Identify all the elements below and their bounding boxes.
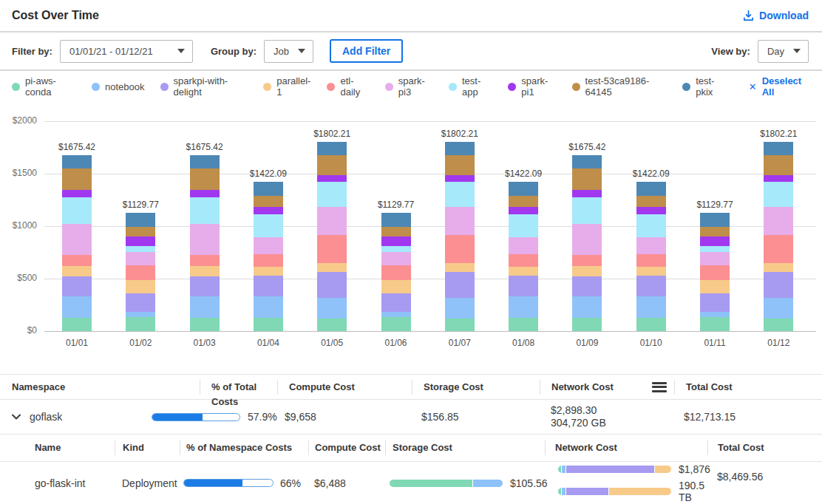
- legend-item-test-app[interactable]: test-app: [449, 75, 492, 98]
- bar-segment-test-53ca9186-64145[interactable]: [317, 155, 347, 175]
- bar-segment-parallel-1[interactable]: [764, 263, 793, 272]
- bar-stack-01/09[interactable]: [572, 155, 602, 331]
- bar-segment-sparkpi-with-delight[interactable]: [445, 272, 475, 298]
- bar-segment-parallel-1[interactable]: [62, 266, 92, 276]
- bar-segment-etl-daily[interactable]: [317, 235, 347, 263]
- bar-segment-test-pkix[interactable]: [254, 182, 283, 196]
- bar-segment-test-53ca9186-64145[interactable]: [62, 168, 92, 190]
- bar-segment-notebook[interactable]: [572, 296, 602, 318]
- bar-stack-01/04[interactable]: [254, 182, 283, 331]
- bar-segment-pi-aws-conda[interactable]: [126, 317, 155, 331]
- bar-segment-test-53ca9186-64145[interactable]: [636, 196, 666, 207]
- bar-segment-test-pkix[interactable]: [190, 155, 220, 168]
- bar-segment-pi-aws-conda[interactable]: [509, 318, 538, 331]
- bar-stack-01/01[interactable]: [62, 155, 92, 331]
- bar-segment-notebook[interactable]: [764, 298, 793, 319]
- col-compute-cost[interactable]: Compute Cost: [308, 440, 385, 455]
- bar-segment-etl-daily[interactable]: [509, 254, 538, 267]
- legend-item-sparkpi-with-delight[interactable]: sparkpi-with-delight: [160, 75, 248, 98]
- bar-segment-spark-pi3[interactable]: [572, 224, 602, 255]
- bar-segment-test-pkix[interactable]: [62, 155, 92, 168]
- bar-segment-sparkpi-with-delight[interactable]: [636, 276, 666, 296]
- bar-segment-etl-daily[interactable]: [381, 265, 411, 280]
- bar-segment-pi-aws-conda[interactable]: [700, 317, 730, 331]
- add-filter-button[interactable]: Add Filter: [330, 39, 403, 63]
- bar-segment-spark-pi1[interactable]: [62, 190, 92, 197]
- bar-segment-sparkpi-with-delight[interactable]: [572, 276, 602, 297]
- bar-segment-spark-pi3[interactable]: [190, 224, 220, 255]
- bar-segment-etl-daily[interactable]: [572, 255, 602, 266]
- bar-segment-notebook[interactable]: [700, 312, 730, 318]
- bar-segment-sparkpi-with-delight[interactable]: [254, 276, 283, 296]
- bar-segment-spark-pi3[interactable]: [636, 237, 666, 254]
- bar-segment-test-pkix[interactable]: [381, 213, 411, 227]
- bar-stack-01/10[interactable]: [636, 182, 666, 331]
- bar-segment-etl-daily[interactable]: [445, 235, 475, 263]
- bar-segment-notebook[interactable]: [317, 298, 347, 319]
- bar-stack-01/07[interactable]: [445, 142, 475, 331]
- bar-segment-parallel-1[interactable]: [509, 267, 538, 276]
- bar-segment-sparkpi-with-delight[interactable]: [700, 293, 730, 312]
- view-by-select[interactable]: Day: [758, 40, 809, 63]
- bar-segment-spark-pi3[interactable]: [700, 252, 730, 266]
- bar-segment-parallel-1[interactable]: [636, 267, 666, 276]
- bar-segment-spark-pi1[interactable]: [764, 175, 793, 182]
- bar-segment-spark-pi3[interactable]: [381, 252, 411, 266]
- bar-segment-sparkpi-with-delight[interactable]: [190, 276, 220, 297]
- bar-segment-parallel-1[interactable]: [445, 263, 475, 272]
- bar-segment-test-pkix[interactable]: [636, 182, 666, 196]
- bar-segment-test-53ca9186-64145[interactable]: [509, 196, 538, 207]
- bar-segment-pi-aws-conda[interactable]: [764, 319, 793, 331]
- chevron-down-icon[interactable]: [12, 414, 21, 420]
- bar-stack-01/12[interactable]: [764, 142, 793, 331]
- bar-segment-test-app[interactable]: [764, 182, 793, 208]
- bar-segment-spark-pi1[interactable]: [317, 175, 347, 182]
- legend-item-test-53ca9186-64145[interactable]: test-53ca9186-64145: [572, 75, 668, 98]
- download-button[interactable]: Download: [743, 10, 809, 21]
- bar-segment-sparkpi-with-delight[interactable]: [381, 293, 411, 312]
- bar-segment-sparkpi-with-delight[interactable]: [509, 276, 538, 296]
- bar-segment-parallel-1[interactable]: [381, 280, 411, 293]
- bar-segment-test-pkix[interactable]: [445, 142, 475, 155]
- bar-segment-test-pkix[interactable]: [317, 142, 347, 155]
- bar-segment-test-pkix[interactable]: [126, 213, 155, 227]
- bar-segment-pi-aws-conda[interactable]: [254, 318, 283, 331]
- bar-segment-test-app[interactable]: [62, 197, 92, 224]
- bar-segment-pi-aws-conda[interactable]: [62, 318, 92, 331]
- col-name[interactable]: Name: [24, 440, 115, 455]
- bar-segment-spark-pi1[interactable]: [509, 207, 538, 214]
- bar-segment-spark-pi1[interactable]: [636, 207, 666, 214]
- bar-segment-sparkpi-with-delight[interactable]: [126, 293, 155, 312]
- bar-segment-etl-daily[interactable]: [254, 254, 283, 267]
- date-range-select[interactable]: 01/01/21 - 01/12/21: [60, 40, 193, 63]
- col-total-cost[interactable]: Total Cost: [674, 380, 822, 395]
- deselect-all-button[interactable]: ✕ Deselect All: [749, 75, 810, 98]
- bar-segment-notebook[interactable]: [445, 298, 475, 319]
- bar-segment-spark-pi1[interactable]: [381, 236, 411, 245]
- bar-segment-test-pkix[interactable]: [509, 182, 538, 196]
- bar-segment-test-53ca9186-64145[interactable]: [381, 227, 411, 237]
- bar-segment-notebook[interactable]: [381, 312, 411, 318]
- bar-segment-etl-daily[interactable]: [700, 265, 730, 280]
- bar-segment-spark-pi3[interactable]: [317, 207, 347, 235]
- legend-item-spark-pi1[interactable]: spark-pi1: [508, 75, 556, 98]
- bar-segment-notebook[interactable]: [62, 296, 92, 318]
- bar-segment-test-app[interactable]: [254, 214, 283, 237]
- bar-stack-01/06[interactable]: [381, 213, 411, 331]
- bar-segment-notebook[interactable]: [509, 296, 538, 318]
- bar-segment-notebook[interactable]: [254, 296, 283, 318]
- bar-segment-parallel-1[interactable]: [317, 263, 347, 272]
- bar-segment-spark-pi3[interactable]: [509, 237, 538, 254]
- workload-name[interactable]: go-flask-int: [24, 477, 115, 489]
- bar-segment-test-app[interactable]: [509, 214, 538, 237]
- bar-segment-pi-aws-conda[interactable]: [190, 318, 220, 331]
- bar-segment-parallel-1[interactable]: [190, 266, 220, 276]
- bar-segment-pi-aws-conda[interactable]: [572, 318, 602, 331]
- bar-segment-parallel-1[interactable]: [700, 280, 730, 293]
- bar-segment-sparkpi-with-delight[interactable]: [62, 276, 92, 297]
- bar-segment-notebook[interactable]: [126, 312, 155, 318]
- bar-segment-etl-daily[interactable]: [62, 255, 92, 266]
- col-network-cost[interactable]: Network Cost: [540, 380, 652, 395]
- bar-segment-test-53ca9186-64145[interactable]: [572, 168, 602, 190]
- bar-segment-test-53ca9186-64145[interactable]: [254, 196, 283, 207]
